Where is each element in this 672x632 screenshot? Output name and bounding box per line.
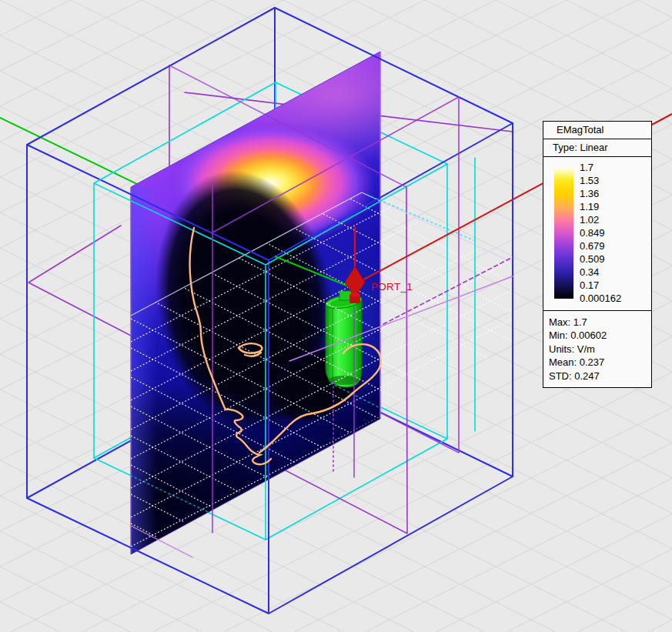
colorbar [554,168,573,299]
colorbar-tick-label: 0.509 [580,253,605,266]
legend-title: EMagTotal [543,122,651,139]
stat-mean: Mean: 0.237 [549,356,651,369]
colorbar-tick-label: 1.02 [580,214,599,226]
colorbar-tick-label: 0.000162 [580,293,621,305]
legend-scale-section: 1.71.531.361.191.020.8490.6790.5090.340.… [543,157,651,311]
legend-type: Type: Linear [543,139,651,157]
colorbar-tick-label: 0.679 [580,240,605,252]
stat-max: Max: 1.7 [549,316,651,329]
colorbar-tick-label: 1.7 [580,162,593,174]
colorbar-tick-label: 0.17 [580,279,599,292]
viewport-3d[interactable]: PORT_1 EMagTotal Type: Linear 1.71.531.3… [0,0,672,632]
colorbar-tick-label: 0.849 [580,227,605,239]
stat-min: Min: 0.00602 [549,329,651,342]
colorbar-tick-label: 1.36 [580,188,599,200]
stat-units: Units: V/m [549,343,651,356]
legend-stats: Max: 1.7 Min: 0.00602 Units: V/m Mean: 0… [543,311,651,387]
colorbar-tick-label: 0.34 [580,266,599,279]
colorbar-tick-label: 1.53 [580,175,599,187]
stat-std: STD: 0.247 [549,370,651,383]
feed-stub-top [349,293,360,297]
colorbar-tick-label: 1.19 [580,201,599,213]
legend-panel: EMagTotal Type: Linear 1.71.531.361.191.… [543,121,652,388]
antenna-body [326,300,362,387]
plane-left-fringe [131,187,157,554]
port-label: PORT_1 [371,281,413,293]
